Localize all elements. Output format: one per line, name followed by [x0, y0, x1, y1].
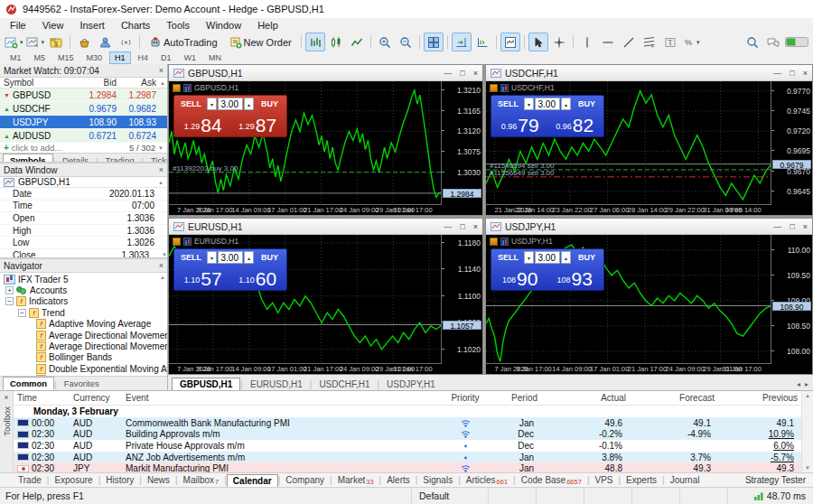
profiles-button[interactable]: ▾: [25, 33, 46, 51]
candle-mini-icon[interactable]: [183, 84, 192, 92]
chart-window-titlebar[interactable]: GBPUSD,H1 —□×: [169, 65, 482, 81]
market-watch-row[interactable]: ▼GBPUSD1.29841.2987: [0, 89, 167, 102]
volume-field[interactable]: 3.00: [535, 98, 560, 110]
search-button[interactable]: [743, 33, 762, 51]
toolbox-tab-calendar[interactable]: Calendar: [227, 474, 278, 487]
close-icon[interactable]: ×: [473, 222, 478, 231]
toolbox-tab-news[interactable]: News: [142, 474, 175, 486]
calendar-column-time[interactable]: Time: [14, 393, 70, 403]
collapse-icon[interactable]: −: [18, 309, 26, 317]
vertical-line-button[interactable]: [577, 33, 597, 51]
tab-common[interactable]: Common: [3, 377, 54, 390]
candle-mini-icon[interactable]: [500, 238, 509, 246]
timeframe-d1[interactable]: D1: [155, 51, 177, 64]
signals-button[interactable]: [116, 33, 136, 51]
chat-button[interactable]: [763, 33, 783, 51]
tree-leaf[interactable]: fAverage Directional Movement: [0, 341, 167, 351]
calendar-column-period[interactable]: Period: [489, 393, 541, 403]
autotrading-button[interactable]: AutoTrading: [144, 33, 223, 51]
community-button[interactable]: [95, 33, 115, 51]
chevron-down-icon[interactable]: ▾: [42, 39, 45, 46]
indicators-button[interactable]: [500, 33, 520, 51]
scroll-up-icon[interactable]: ▲: [158, 80, 167, 86]
volume-field[interactable]: 3.00: [218, 251, 243, 264]
calendar-column-priority[interactable]: Priority: [442, 393, 489, 403]
timeframe-m30[interactable]: M30: [81, 51, 108, 64]
sell-button[interactable]: SELL: [493, 251, 523, 264]
menu-view[interactable]: View: [34, 20, 72, 31]
scroll-down-icon[interactable]: ▼: [160, 369, 165, 374]
column-ask[interactable]: Ask: [117, 78, 158, 88]
menu-tools[interactable]: Tools: [158, 20, 198, 31]
sell-price[interactable]: 0.9679: [493, 111, 547, 135]
sell-price[interactable]: 1.1057: [176, 265, 230, 288]
tree-root[interactable]: IFX Trader 5: [0, 274, 167, 285]
market-watch-row[interactable]: ▲USDCHF0.96790.9682: [0, 102, 167, 116]
toolbox-tab-vps[interactable]: VPS: [589, 474, 618, 486]
tree-leaf[interactable]: fAdaptive Moving Average: [0, 319, 167, 330]
volume-up-icon[interactable]: ▴: [561, 251, 571, 264]
volume-down-icon[interactable]: ▾: [207, 251, 217, 264]
menu-charts[interactable]: Charts: [113, 20, 158, 31]
trendline-button[interactable]: [619, 33, 639, 51]
tab-favorites[interactable]: Favorites: [57, 377, 107, 390]
close-icon[interactable]: ×: [159, 66, 164, 75]
sell-button[interactable]: SELL: [493, 98, 523, 110]
calendar-column-currency[interactable]: Currency: [70, 393, 122, 403]
column-symbol[interactable]: Symbol: [0, 78, 73, 88]
toolbox-tab-journal[interactable]: Journal: [665, 474, 706, 486]
scroll-up-icon[interactable]: ▲: [160, 275, 165, 280]
chart-body[interactable]: 110.00109.50109.00108.50108.00108.90 7 J…: [486, 235, 812, 374]
minimize-icon[interactable]: —: [773, 222, 781, 231]
market-basket-button[interactable]: [74, 33, 94, 51]
maximize-icon[interactable]: □: [460, 222, 464, 231]
chart-tab-eurusd-h1[interactable]: EURUSD,H1: [243, 378, 310, 390]
tree-leaf[interactable]: fAverage Directional Movement: [0, 330, 167, 341]
collapse-icon[interactable]: −: [5, 297, 14, 305]
calendar-row[interactable]: 02:30AUDANZ Job Advertisements m/mJan3.8…: [14, 452, 801, 463]
chevron-down-icon[interactable]: ▾: [20, 39, 23, 46]
volume-up-icon[interactable]: ▴: [244, 98, 254, 110]
tab-ticks[interactable]: Ticks: [144, 154, 167, 162]
buy-price[interactable]: 1.2987: [231, 111, 285, 135]
toolbox-tab-alerts[interactable]: Alerts: [381, 474, 416, 486]
profile-selector[interactable]: Default: [411, 488, 488, 504]
close-icon[interactable]: ×: [473, 69, 478, 78]
scroll-down-icon[interactable]: ▼: [158, 145, 164, 151]
volume-mini-icon[interactable]: [490, 238, 498, 246]
buy-button[interactable]: BUY: [255, 251, 285, 264]
menu-window[interactable]: Window: [198, 20, 249, 31]
chart-body[interactable]: 1.11801.11401.11001.10601.10201.1057 7 J…: [169, 235, 482, 374]
toolbox-tab-trade[interactable]: Trade: [13, 474, 47, 486]
buy-price[interactable]: 1.1060: [231, 265, 285, 288]
timeframe-h4[interactable]: H4: [133, 51, 154, 64]
tab-details[interactable]: Details: [55, 154, 96, 162]
tree-node-trend[interactable]: −fTrend: [0, 307, 167, 318]
timeframe-mn[interactable]: MN: [203, 51, 227, 64]
chart-window-titlebar[interactable]: USDJPY,H1 —□×: [486, 219, 812, 235]
maximize-icon[interactable]: □: [790, 69, 794, 78]
candlestick-chart-button[interactable]: [326, 33, 346, 51]
calendar-row[interactable]: 02:30AUDBuilding Approvals m/mDec-0.2%-4…: [14, 429, 801, 441]
scroll-right-icon[interactable]: ▸: [805, 380, 808, 388]
volume-down-icon[interactable]: ▾: [207, 98, 217, 110]
chart-shift-button[interactable]: [472, 33, 492, 51]
chart-window-titlebar[interactable]: USDCHF,H1 —□×: [486, 65, 812, 81]
calendar-scrollbar[interactable]: ▲ ▼: [801, 391, 813, 472]
tree-leaf[interactable]: fBollinger Bands: [0, 352, 167, 363]
volume-down-icon[interactable]: ▾: [524, 251, 534, 264]
chart-tab-usdchf-h1[interactable]: USDCHF,H1: [312, 378, 377, 390]
sell-button[interactable]: SELL: [176, 98, 206, 110]
market-watch-row[interactable]: ▲USDJPY108.90108.93: [0, 116, 167, 129]
column-bid[interactable]: Bid: [73, 78, 117, 88]
tree-leaf[interactable]: fDouble Exponential Moving Av: [0, 363, 167, 374]
tree-leaf[interactable]: fEnvelopes: [0, 375, 167, 376]
timeframe-h1[interactable]: H1: [109, 51, 131, 64]
chevron-down-icon[interactable]: ▾: [696, 39, 700, 46]
minimize-icon[interactable]: —: [773, 69, 781, 78]
menu-file[interactable]: File: [2, 20, 34, 31]
timeframe-m5[interactable]: M5: [29, 51, 51, 64]
buy-button[interactable]: BUY: [572, 251, 602, 264]
maximize-icon[interactable]: □: [790, 222, 794, 231]
volume-mini-icon[interactable]: [490, 84, 498, 92]
